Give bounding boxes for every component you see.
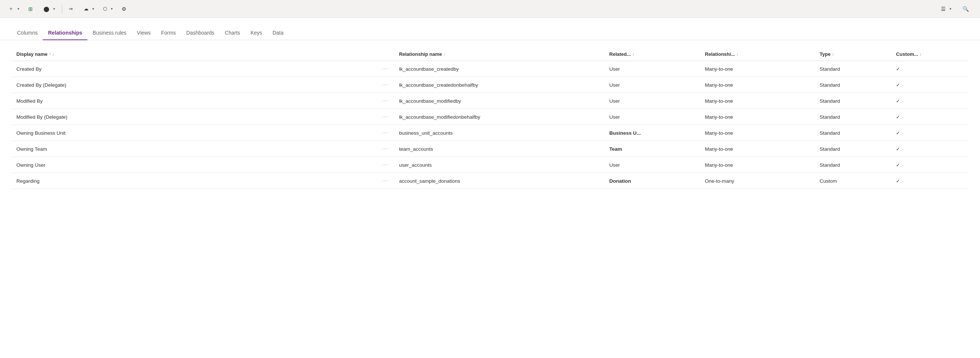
cell-display-name: Owning User <box>12 157 375 173</box>
cell-relationship-type: Many-to-one <box>700 125 815 141</box>
tab-views[interactable]: Views <box>132 27 156 40</box>
checkmark-icon: ✓ <box>896 146 900 152</box>
cell-related: Business U... <box>605 125 700 141</box>
export-lake-chevron: ▾ <box>92 7 94 11</box>
cell-dots[interactable]: ··· <box>375 61 395 77</box>
default-chevron: ▾ <box>950 7 951 11</box>
cell-custom: ✓ <box>891 125 968 141</box>
col-header-dots <box>375 48 395 61</box>
tab-data[interactable]: Data <box>267 27 289 40</box>
cell-type: Standard <box>815 109 892 125</box>
cell-related: User <box>605 157 700 173</box>
settings-icon: ⚙ <box>122 6 126 12</box>
export-data-button[interactable]: ⇒ <box>65 4 78 14</box>
plus-icon: ＋ <box>8 5 14 12</box>
row-context-menu[interactable]: ··· <box>380 97 390 105</box>
cell-related: Donation <box>605 173 700 189</box>
cell-type: Standard <box>815 61 892 77</box>
row-context-menu[interactable]: ··· <box>380 113 390 121</box>
col-header-relationship-type[interactable]: Relationshi... ↓ <box>700 48 815 61</box>
checkmark-icon: ✓ <box>896 98 900 104</box>
cell-related: User <box>605 93 700 109</box>
cell-type: Standard <box>815 77 892 93</box>
cell-custom: ✓ <box>891 61 968 77</box>
cell-relationship-name: team_accounts <box>395 141 605 157</box>
add-relationship-button[interactable]: ＋ ▾ <box>5 3 23 14</box>
export-lake-icon: ☁ <box>84 6 89 11</box>
checkmark-icon: ✓ <box>896 162 900 168</box>
cell-relationship-name: account_sample_donations <box>395 173 605 189</box>
cell-relationship-type: Many-to-one <box>700 61 815 77</box>
tabs-bar: Columns Relationships Business rules Vie… <box>0 27 980 40</box>
cell-type: Standard <box>815 93 892 109</box>
cell-custom: ✓ <box>891 77 968 93</box>
col-header-relationship-name[interactable]: Relationship name ↓ <box>395 48 605 61</box>
col-header-type[interactable]: Type ↓ <box>815 48 892 61</box>
tab-forms[interactable]: Forms <box>156 27 181 40</box>
search-button[interactable]: 🔍 <box>958 4 975 14</box>
toolbar: ＋ ▾ ⊞ ⬤ ▾ ⇒ ☁ ▾ ⬡ ▾ ⚙ ☰ ▾ 🔍 <box>0 0 980 18</box>
get-data-chevron: ▾ <box>53 7 55 11</box>
filter-icon: ☰ <box>941 6 946 12</box>
checkmark-icon: ✓ <box>896 114 900 120</box>
cell-relationship-name: lk_accountbase_modifiedonbehalfby <box>395 109 605 125</box>
settings-button[interactable]: ⚙ <box>118 4 132 14</box>
row-context-menu[interactable]: ··· <box>380 129 390 137</box>
tab-business-rules[interactable]: Business rules <box>88 27 132 40</box>
checkmark-icon: ✓ <box>896 82 900 88</box>
table-row: Modified By ··· lk_accountbase_modifiedb… <box>12 93 968 109</box>
row-context-menu[interactable]: ··· <box>380 177 390 185</box>
tab-keys[interactable]: Keys <box>245 27 267 40</box>
tab-charts[interactable]: Charts <box>220 27 245 40</box>
default-button[interactable]: ☰ ▾ <box>937 4 955 14</box>
cell-dots[interactable]: ··· <box>375 125 395 141</box>
row-context-menu[interactable]: ··· <box>380 81 390 89</box>
table-row: Owning Team ··· team_accounts Team Many-… <box>12 141 968 157</box>
cell-dots[interactable]: ··· <box>375 109 395 125</box>
checkmark-icon: ✓ <box>896 178 900 184</box>
custom-sort-icon: ↓ <box>920 52 922 56</box>
table-row: Created By ··· lk_accountbase_createdby … <box>12 61 968 77</box>
cell-display-name: Created By (Delegate) <box>12 77 375 93</box>
sort-desc-icon: ↓ <box>52 52 54 56</box>
row-context-menu[interactable]: ··· <box>380 65 390 73</box>
cell-relationship-name: business_unit_accounts <box>395 125 605 141</box>
cell-dots[interactable]: ··· <box>375 77 395 93</box>
cell-dots[interactable]: ··· <box>375 93 395 109</box>
row-context-menu[interactable]: ··· <box>380 161 390 169</box>
cell-dots[interactable]: ··· <box>375 173 395 189</box>
cell-related: User <box>605 77 700 93</box>
export-lake-button[interactable]: ☁ ▾ <box>80 4 98 14</box>
cell-relationship-type: Many-to-one <box>700 157 815 173</box>
checkmark-icon: ✓ <box>896 130 900 136</box>
cell-dots[interactable]: ··· <box>375 157 395 173</box>
cell-related: User <box>605 61 700 77</box>
main-content: Display name ↑ ↓ Relationship name ↓ Rel… <box>0 40 980 197</box>
ai-builder-chevron: ▾ <box>111 7 113 11</box>
edit-excel-button[interactable]: ⊞ <box>25 4 38 14</box>
row-context-menu[interactable]: ··· <box>380 145 390 153</box>
table-header-row: Display name ↑ ↓ Relationship name ↓ Rel… <box>12 48 968 61</box>
get-data-button[interactable]: ⬤ ▾ <box>40 4 59 14</box>
cell-custom: ✓ <box>891 157 968 173</box>
ai-builder-icon: ⬡ <box>103 6 107 11</box>
tab-dashboards[interactable]: Dashboards <box>181 27 220 40</box>
tab-columns[interactable]: Columns <box>12 27 43 40</box>
tab-relationships[interactable]: Relationships <box>43 27 88 40</box>
cell-relationship-type: Many-to-one <box>700 109 815 125</box>
cell-related: User <box>605 109 700 125</box>
cell-relationship-type: One-to-many <box>700 173 815 189</box>
col-header-custom[interactable]: Custom... ↓ <box>891 48 968 61</box>
search-icon: 🔍 <box>963 6 969 12</box>
cell-type: Standard <box>815 157 892 173</box>
table-row: Regarding ··· account_sample_donations D… <box>12 173 968 189</box>
cell-display-name: Owning Team <box>12 141 375 157</box>
cell-display-name: Modified By <box>12 93 375 109</box>
get-data-icon: ⬤ <box>43 6 49 12</box>
col-header-related[interactable]: Related... ↓ <box>605 48 700 61</box>
ai-builder-button[interactable]: ⬡ ▾ <box>99 4 116 14</box>
col-header-display-name[interactable]: Display name ↑ ↓ <box>12 48 375 61</box>
cell-display-name: Regarding <box>12 173 375 189</box>
cell-custom: ✓ <box>891 173 968 189</box>
cell-dots[interactable]: ··· <box>375 141 395 157</box>
